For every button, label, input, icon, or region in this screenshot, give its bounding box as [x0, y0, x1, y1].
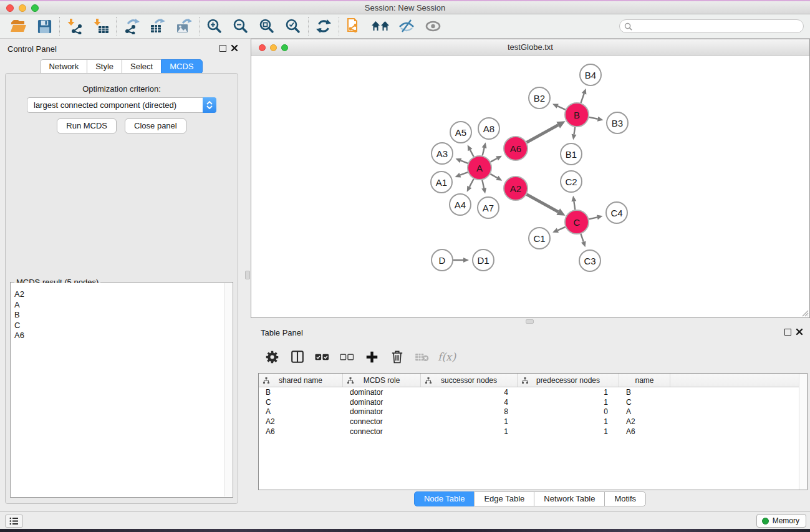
- show-graphics-details-button[interactable]: [393, 16, 420, 37]
- save-session-button[interactable]: [31, 16, 57, 37]
- graph-node-D[interactable]: D: [432, 249, 453, 271]
- horizontal-splitter-grip[interactable]: [526, 319, 534, 324]
- graph-node-B3[interactable]: B3: [607, 112, 628, 133]
- table-cell[interactable]: 1: [518, 427, 619, 436]
- graph-node-A5[interactable]: A5: [450, 122, 471, 143]
- table-cell[interactable]: 4: [421, 388, 518, 397]
- search-input[interactable]: [632, 21, 803, 32]
- table-cell[interactable]: A2: [619, 417, 670, 426]
- graph-edge[interactable]: [557, 227, 565, 230]
- graph-node-B2[interactable]: B2: [529, 87, 550, 109]
- network-zoom-button[interactable]: [281, 44, 288, 51]
- deselect-all-button[interactable]: [339, 349, 355, 365]
- table-settings-button[interactable]: [264, 349, 280, 365]
- graph-node-A2[interactable]: A2: [504, 177, 528, 200]
- table-row[interactable]: Cdominator41C: [259, 397, 807, 407]
- graph-node-D1[interactable]: D1: [473, 249, 494, 271]
- first-neighbors-button[interactable]: [367, 16, 393, 37]
- table-cell[interactable]: A: [259, 407, 343, 416]
- select-all-button[interactable]: [314, 349, 330, 365]
- table-cell[interactable]: 0: [518, 407, 619, 416]
- graph-node-A4[interactable]: A4: [450, 194, 471, 215]
- tab-style[interactable]: Style: [87, 59, 122, 74]
- graph-node-B1[interactable]: B1: [561, 143, 582, 165]
- graph-node-C3[interactable]: C3: [579, 250, 600, 271]
- zoom-fit-button[interactable]: [254, 16, 280, 37]
- mcds-result-item[interactable]: C: [11, 321, 224, 331]
- graph-edge[interactable]: [581, 234, 583, 242]
- graph-edge[interactable]: [574, 201, 575, 210]
- tab-edge-table[interactable]: Edge Table: [474, 491, 534, 506]
- memory-button[interactable]: Memory: [756, 514, 806, 528]
- table-cell[interactable]: dominator: [343, 407, 421, 416]
- graph-edge[interactable]: [482, 180, 484, 188]
- table-cell[interactable]: 4: [421, 398, 518, 407]
- table-cell[interactable]: 1: [518, 417, 619, 426]
- float-panel-icon[interactable]: [219, 45, 226, 52]
- graph-edge[interactable]: [461, 160, 468, 163]
- graph-edge[interactable]: [490, 174, 497, 178]
- graph-node-A6[interactable]: A6: [504, 137, 528, 160]
- tab-mcds[interactable]: MCDS: [161, 59, 202, 74]
- import-table-button[interactable]: [88, 16, 114, 37]
- graph-edge[interactable]: [557, 106, 566, 110]
- window-resize-grip[interactable]: [801, 309, 809, 317]
- show-columns-button[interactable]: [289, 349, 305, 365]
- network-graph[interactable]: B4B2BB3A8A5A6A3B1AA1C2A2A4A7C4CC1C3DD1: [251, 56, 809, 317]
- column-header-name[interactable]: name: [619, 374, 670, 387]
- graph-edge[interactable]: [527, 125, 559, 142]
- criterion-dropdown[interactable]: largest connected component (directed): [27, 97, 216, 113]
- table-cell[interactable]: connector: [343, 427, 421, 436]
- graph-node-A8[interactable]: A8: [478, 118, 499, 139]
- table-cell[interactable]: dominator: [343, 388, 421, 397]
- search-field[interactable]: [619, 19, 804, 33]
- table-cell[interactable]: B: [619, 388, 670, 397]
- graph-edge[interactable]: [581, 94, 584, 103]
- tab-motifs[interactable]: Motifs: [604, 491, 646, 506]
- graph-node-C4[interactable]: C4: [606, 202, 627, 223]
- table-cell[interactable]: A: [619, 407, 670, 416]
- close-panel-button[interactable]: Close panel: [125, 118, 186, 133]
- table-cell[interactable]: connector: [343, 417, 421, 426]
- table-cell[interactable]: B: [259, 388, 343, 397]
- graph-node-A1[interactable]: A1: [431, 172, 452, 193]
- close-table-panel-icon[interactable]: [796, 328, 803, 336]
- table-cell[interactable]: 1: [518, 388, 619, 397]
- graph-node-B[interactable]: B: [565, 103, 589, 127]
- column-header-shared-name[interactable]: shared name: [259, 374, 343, 387]
- apply-layout-button[interactable]: [311, 16, 337, 37]
- delete-column-button[interactable]: [414, 349, 430, 365]
- export-image-button[interactable]: [171, 16, 197, 37]
- table-row[interactable]: A6connector11A6: [259, 427, 807, 437]
- export-table-button[interactable]: [145, 16, 171, 37]
- table-cell[interactable]: C: [619, 398, 670, 407]
- zoom-out-button[interactable]: [228, 16, 254, 37]
- graph-node-B4[interactable]: B4: [580, 64, 601, 85]
- zoom-in-button[interactable]: [201, 16, 228, 37]
- close-window-button[interactable]: [6, 4, 14, 12]
- mcds-result-item[interactable]: B: [11, 310, 224, 321]
- graph-edge[interactable]: [460, 172, 468, 175]
- graph-edge[interactable]: [470, 179, 474, 187]
- network-close-button[interactable]: [259, 44, 266, 51]
- task-history-button[interactable]: [5, 515, 23, 528]
- open-session-button[interactable]: [5, 16, 31, 37]
- graph-edge[interactable]: [483, 148, 485, 155]
- column-header-MCDS-role[interactable]: MCDS role: [343, 374, 421, 387]
- graph-node-C1[interactable]: C1: [529, 228, 550, 249]
- graph-edge[interactable]: [574, 127, 576, 135]
- tab-node-table[interactable]: Node Table: [414, 491, 475, 506]
- export-network-button[interactable]: [118, 16, 145, 37]
- table-row[interactable]: Adominator80A: [259, 407, 807, 417]
- column-header-predecessor-nodes[interactable]: predecessor nodes: [518, 374, 619, 387]
- zoom-selected-button[interactable]: [280, 16, 306, 37]
- graph-edge[interactable]: [470, 150, 474, 157]
- table-row[interactable]: A2connector11A2: [259, 417, 807, 427]
- table-cell[interactable]: A6: [259, 427, 343, 436]
- graph-edge[interactable]: [589, 117, 598, 119]
- graph-edge[interactable]: [491, 158, 497, 162]
- table-cell[interactable]: 1: [421, 417, 518, 426]
- new-network-from-selection-button[interactable]: [341, 16, 367, 37]
- table-cell[interactable]: A2: [259, 417, 343, 426]
- table-cell[interactable]: A6: [619, 427, 670, 436]
